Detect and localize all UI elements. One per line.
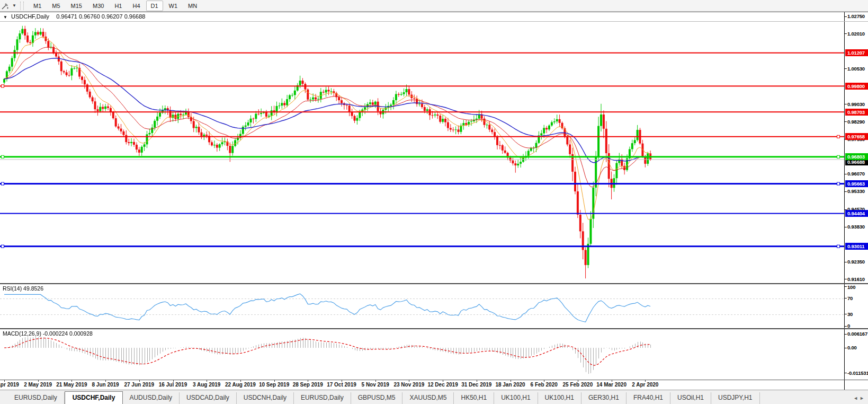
- macd-tick-mark: [845, 373, 847, 373]
- price-level-badge: 0.99800: [845, 83, 868, 90]
- tab-usdchf-daily[interactable]: USDCHF,Daily: [65, 391, 123, 404]
- tab-scroll-arrows[interactable]: ◄►: [853, 396, 866, 401]
- tab-fra40-h1[interactable]: FRA40,H1: [627, 392, 670, 404]
- date-tick-label: 16 Jul 2019: [155, 382, 192, 388]
- date-tick-label: 14 Mar 2020: [593, 382, 630, 388]
- price-level-badge: 0.98703: [845, 109, 868, 116]
- rsi-panel[interactable]: RSI(14) 49.8526: [0, 284, 844, 328]
- tab-usdcnh-daily[interactable]: USDCNH,Daily: [237, 392, 294, 404]
- price-tick-mark: [845, 33, 847, 34]
- price-tick-label: 0.98290: [847, 119, 865, 125]
- tab-uk100-h1[interactable]: UK100,H1: [494, 392, 538, 404]
- price-tick-label: 0.96070: [847, 171, 865, 177]
- date-tick-label: 5 Nov 2019: [357, 382, 394, 388]
- candlestick-canvas[interactable]: [0, 12, 844, 283]
- date-axis[interactable]: 13 Apr 20192 May 201921 May 20198 Jun 20…: [0, 380, 844, 390]
- rsi-tick-mark: [845, 326, 847, 327]
- macd-tick-label: -0.011531: [847, 370, 868, 376]
- tab-eurusd-daily[interactable]: EURUSD,Daily: [294, 392, 351, 404]
- price-tick-label: 0.92350: [847, 259, 865, 265]
- symbol-tabs: EURUSD,DailyUSDCHF,DailyAUDUSD,DailyUSDC…: [0, 390, 760, 404]
- macd-tick-mark: [845, 334, 847, 335]
- price-level-badge: 0.97658: [845, 133, 868, 140]
- price-tick-label: 0.99030: [847, 101, 865, 107]
- date-axis-corner: [844, 380, 868, 390]
- macd-tick-label: 0.006167: [847, 331, 867, 337]
- price-axis[interactable]: 1.027501.020101.005300.990300.982900.975…: [844, 12, 868, 283]
- tab-hk50-h1[interactable]: HK50,H1: [454, 392, 494, 404]
- price-tick-mark: [845, 104, 847, 104]
- price-tick-label: 1.02010: [847, 31, 865, 37]
- price-chart-row: ▼ USDCHF,Daily 0.96471 0.96760 0.96207 0…: [0, 12, 868, 283]
- rsi-canvas[interactable]: [0, 284, 844, 328]
- price-level-badge: 0.95663: [845, 180, 868, 187]
- macd-tick-mark: [845, 348, 847, 348]
- price-chart-area[interactable]: ▼ USDCHF,Daily 0.96471 0.96760 0.96207 0…: [0, 12, 844, 283]
- chart-ohlc-values: 0.96471 0.96760 0.96207 0.96688: [56, 13, 145, 20]
- chart-window: ▼ USDCHF,Daily 0.96471 0.96760 0.96207 0…: [0, 12, 868, 390]
- price-tick-label: 0.93830: [847, 224, 865, 230]
- timeframe-button-m5[interactable]: M5: [47, 1, 65, 11]
- rsi-axis[interactable]: 10070300: [844, 284, 868, 328]
- draw-tool-icon[interactable]: [0, 1, 11, 11]
- toolbar-grip: [20, 2, 24, 10]
- timeframe-button-mn[interactable]: MN: [183, 1, 202, 11]
- date-tick-label: 3 Aug 2019: [188, 382, 225, 388]
- macd-tick-label: 0.00: [847, 345, 857, 350]
- price-level-badge: 0.96803: [845, 153, 868, 160]
- chart-symbol-period: USDCHF,Daily: [11, 13, 49, 20]
- date-tick-label: 23 Nov 2019: [390, 382, 427, 388]
- rsi-tick-mark: [845, 314, 847, 314]
- timeframe-button-m1[interactable]: M1: [29, 1, 46, 11]
- price-tick-label: 0.91610: [847, 276, 865, 282]
- timeframe-button-h1[interactable]: H1: [110, 1, 127, 11]
- rsi-label: RSI(14) 49.8526: [3, 285, 43, 292]
- price-tick-mark: [845, 262, 847, 262]
- date-tick-label: 6 Feb 2020: [525, 382, 562, 388]
- price-tick-mark: [845, 68, 847, 69]
- macd-axis[interactable]: 0.0061670.00-0.011531: [844, 329, 868, 380]
- tab-scroll-left-icon[interactable]: ◄: [853, 396, 860, 401]
- date-tick-label: 8 Jun 2019: [87, 382, 124, 388]
- rsi-tick-label: 100: [847, 284, 855, 290]
- timeframe-button-h4[interactable]: H4: [128, 1, 145, 11]
- date-tick-label: 25 Feb 2020: [559, 382, 596, 388]
- tab-audusd-daily[interactable]: AUDUSD,Daily: [122, 392, 180, 404]
- timeframe-button-m15[interactable]: M15: [66, 1, 87, 11]
- price-tick-label: 0.95330: [847, 188, 865, 194]
- price-tick-mark: [845, 227, 847, 227]
- pencil-line-icon: [2, 2, 9, 10]
- tab-scroll-right-icon[interactable]: ►: [860, 396, 866, 401]
- timeframe-button-d1[interactable]: D1: [146, 1, 163, 11]
- date-tick-label: 22 Aug 2019: [222, 382, 259, 388]
- rsi-tick-label: 30: [847, 311, 853, 317]
- tab-usdcad-daily[interactable]: USDCAD,Daily: [180, 392, 237, 404]
- price-tick-mark: [845, 191, 847, 192]
- macd-canvas[interactable]: [0, 329, 844, 380]
- date-tick-label: 21 May 2019: [53, 382, 90, 388]
- tab-usdjpy-h1[interactable]: USDJPY,H1: [711, 392, 759, 404]
- title-caret-icon[interactable]: ▼: [3, 15, 7, 20]
- tab-ger30-h1[interactable]: GER30,H1: [581, 392, 627, 404]
- title-separator-line: [0, 21, 868, 22]
- price-tick-label: 1.02750: [847, 13, 865, 19]
- macd-panel-row: MACD(12,26,9) -0.000224 0.000928 0.00616…: [0, 328, 868, 380]
- tab-xauusd-m5[interactable]: XAUUSD,M5: [402, 392, 454, 404]
- tab-uk100-h1[interactable]: UK100,H1: [538, 392, 581, 404]
- rsi-tick-mark: [845, 286, 847, 287]
- tab-gbpusd-m5[interactable]: GBPUSD,M5: [351, 392, 403, 404]
- date-tick-label: 12 Dec 2019: [424, 382, 461, 388]
- tab-eurusd-daily[interactable]: EURUSD,Daily: [7, 392, 65, 404]
- price-level-badge: 0.94404: [845, 210, 868, 217]
- tool-dropdown-caret-icon[interactable]: ▼: [11, 3, 18, 8]
- price-tick-mark: [845, 174, 847, 174]
- timeframe-button-w1[interactable]: W1: [164, 1, 183, 11]
- timeframe-button-m30[interactable]: M30: [88, 1, 109, 11]
- rsi-panel-row: RSI(14) 49.8526 10070300: [0, 283, 868, 328]
- tab-usoil-h1[interactable]: USOil,H1: [670, 392, 711, 404]
- date-tick-label: 18 Jan 2020: [492, 382, 529, 388]
- macd-panel[interactable]: MACD(12,26,9) -0.000224 0.000928: [0, 329, 844, 380]
- date-tick-label: 31 Dec 2019: [458, 382, 495, 388]
- rsi-tick-label: 70: [847, 295, 853, 301]
- price-tick-label: 1.00530: [847, 66, 865, 72]
